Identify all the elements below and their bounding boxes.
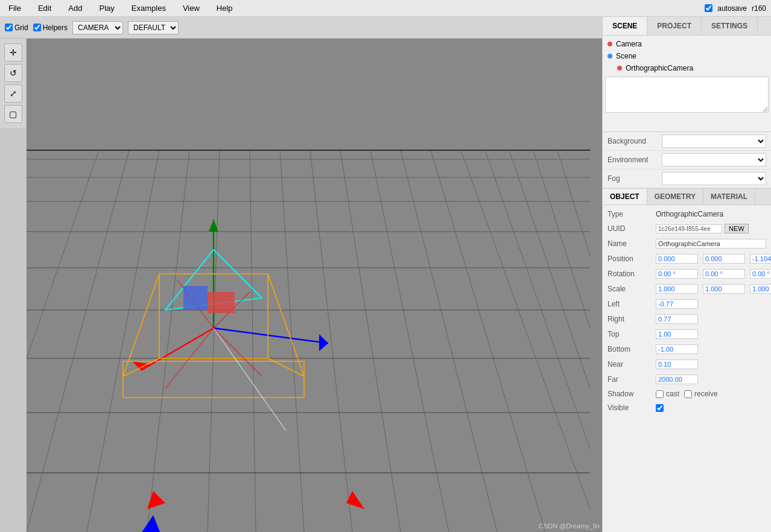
tab-project[interactable]: PROJECT — [647, 17, 702, 35]
fog-select[interactable] — [662, 172, 766, 185]
menu-view[interactable]: View — [179, 1, 203, 15]
far-value[interactable] — [656, 375, 698, 384]
environment-select[interactable] — [662, 153, 766, 166]
visible-label: Visible — [608, 404, 656, 412]
helpers-check-label[interactable]: Helpers — [33, 24, 68, 32]
name-input[interactable] — [656, 239, 766, 249]
scale-z[interactable] — [750, 284, 771, 294]
viewport-grid — [27, 39, 602, 532]
grid-checkbox[interactable] — [5, 24, 13, 31]
tree-item-camera[interactable]: Camera — [603, 38, 771, 50]
position-values — [656, 254, 771, 264]
top-label: Top — [608, 330, 656, 338]
scene-tree: Camera Scene OrthographicCamera — [603, 36, 771, 132]
type-label: Type — [608, 210, 656, 218]
environment-row: Environment — [603, 151, 771, 169]
tree-label-camera: Camera — [616, 40, 642, 48]
tree-label-scene: Scene — [616, 52, 636, 60]
left-tools: ✛ ↺ ⤢ ▢ — [0, 39, 27, 128]
tab-geometry[interactable]: GEOMETRY — [647, 189, 703, 204]
menu-file[interactable]: File — [5, 1, 25, 15]
menu-examples[interactable]: Examples — [128, 1, 170, 15]
grid-label: Grid — [14, 24, 28, 32]
rotation-x[interactable] — [656, 269, 698, 279]
fog-label: Fog — [608, 174, 662, 183]
camera-select[interactable]: CAMERA DEFAULT — [72, 21, 123, 34]
bottom-row: Bottom — [603, 342, 771, 357]
shadow-label: Shadow — [608, 390, 656, 398]
menu-help[interactable]: Help — [213, 1, 236, 15]
position-row: Position — [603, 252, 771, 267]
position-x[interactable] — [656, 254, 698, 264]
scale-label: Scale — [608, 285, 656, 293]
shadow-cast-checkbox[interactable] — [656, 390, 664, 398]
tab-settings[interactable]: SETTINGS — [702, 17, 758, 35]
bottom-value[interactable] — [656, 344, 698, 354]
rotation-z[interactable] — [750, 269, 771, 279]
type-value: OrthographicCamera — [656, 210, 723, 218]
left-row: Left — [603, 297, 771, 312]
tool-select[interactable]: ▢ — [4, 105, 22, 123]
tree-dot-scene — [608, 54, 612, 59]
scale-y[interactable] — [703, 284, 745, 294]
shadow-cast-label[interactable]: cast — [656, 390, 679, 398]
shadow-receive-checkbox[interactable] — [684, 390, 692, 398]
shadow-receive-label[interactable]: receive — [684, 390, 718, 398]
tool-rotate[interactable]: ↺ — [4, 64, 22, 82]
name-label: Name — [608, 239, 656, 248]
far-row: Far — [603, 372, 771, 387]
far-label: Far — [608, 375, 656, 384]
uuid-new-button[interactable]: NEW — [725, 224, 749, 233]
grid-check-label[interactable]: Grid — [5, 24, 28, 32]
top-row: Top — [603, 327, 771, 342]
left-value[interactable] — [656, 299, 698, 309]
position-y[interactable] — [703, 254, 745, 264]
tab-scene[interactable]: SCENE — [603, 17, 647, 35]
tree-item-orthocamera[interactable]: OrthographicCamera — [612, 62, 771, 74]
tree-dot-camera — [608, 42, 612, 46]
name-row: Name ➤ — [603, 236, 771, 252]
right-value[interactable] — [656, 314, 698, 324]
scale-x[interactable] — [656, 284, 698, 294]
menu-add[interactable]: Add — [65, 1, 86, 15]
shadow-receive-text: receive — [694, 390, 718, 398]
helpers-checkbox[interactable] — [33, 24, 41, 31]
menu-play[interactable]: Play — [96, 1, 118, 15]
environment-label: Environment — [608, 156, 662, 164]
tab-object[interactable]: OBJECT — [603, 189, 647, 204]
type-row: Type OrthographicCamera — [603, 207, 771, 221]
right-panel: SCENE PROJECT SETTINGS Camera Scene Orth… — [602, 17, 771, 532]
menubar: File Edit Add Play Examples View Help au… — [0, 0, 771, 17]
tab-material[interactable]: MATERIAL — [703, 189, 755, 204]
left-label: Left — [608, 300, 656, 308]
visible-checkbox[interactable] — [656, 404, 664, 412]
uuid-input[interactable] — [656, 224, 722, 233]
view-select[interactable]: DEFAULT — [128, 21, 179, 34]
rotation-values — [656, 269, 771, 279]
tool-move[interactable]: ✛ — [4, 43, 22, 62]
background-label: Background — [608, 137, 662, 145]
rotation-label: Rotation — [608, 270, 656, 278]
version-label: r160 — [752, 4, 766, 13]
near-value[interactable] — [656, 359, 698, 369]
svg-rect-49 — [208, 292, 235, 313]
toolbar: Grid Helpers CAMERA DEFAULT DEFAULT — [0, 17, 602, 39]
rotation-y[interactable] — [703, 269, 745, 279]
background-select[interactable] — [662, 135, 766, 148]
menu-edit[interactable]: Edit — [34, 1, 55, 15]
top-value[interactable] — [656, 329, 698, 339]
shadow-cast-text: cast — [666, 390, 679, 398]
shadow-row: Shadow cast receive — [603, 387, 771, 401]
tool-scale[interactable]: ⤢ — [4, 84, 22, 103]
autosave-label: autosave — [717, 4, 747, 13]
svg-rect-48 — [183, 286, 208, 310]
position-z[interactable] — [750, 254, 771, 264]
right-row: Right — [603, 312, 771, 327]
tree-item-scene[interactable]: Scene — [603, 50, 771, 62]
helpers-label: Helpers — [43, 24, 68, 32]
object-tabs: OBJECT GEOMETRY MATERIAL — [603, 189, 771, 205]
background-row: Background — [603, 132, 771, 151]
viewport[interactable]: CSDN @Dreamy_lin — [27, 39, 602, 532]
scene-textarea[interactable] — [605, 77, 769, 113]
autosave-checkbox[interactable] — [705, 4, 712, 12]
